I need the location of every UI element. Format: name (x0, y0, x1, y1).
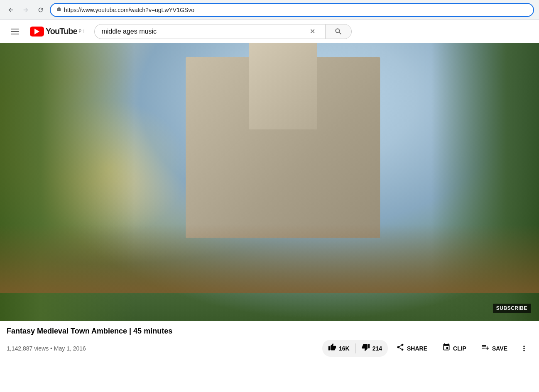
back-button[interactable] (5, 4, 17, 16)
thumbs-down-icon (362, 343, 370, 353)
video-player[interactable]: SUBSCRIBE (0, 43, 539, 321)
share-label: SHARE (407, 345, 427, 352)
reload-button[interactable] (35, 4, 47, 16)
address-bar[interactable]: https://www.youtube.com/watch?v=ugLwYV1G… (50, 3, 534, 17)
youtube-logo[interactable]: YouTube PH (30, 27, 84, 37)
dislike-button[interactable]: 214 (356, 340, 388, 357)
like-count: 16K (339, 345, 350, 352)
search-button[interactable] (325, 24, 352, 39)
hamburger-line (11, 31, 19, 32)
subscribe-badge[interactable]: SUBSCRIBE (493, 304, 531, 313)
youtube-logo-region: PH (79, 29, 85, 34)
video-info: Fantasy Medieval Town Ambience | 45 minu… (0, 321, 539, 362)
share-icon (396, 343, 404, 353)
video-meta-row: 1,142,887 views • May 1, 2016 16K (7, 340, 532, 362)
share-button[interactable]: SHARE (390, 340, 434, 357)
fence-area (0, 224, 539, 294)
castle-silhouette (162, 57, 404, 238)
search-clear-button[interactable]: ✕ (306, 27, 318, 35)
lock-icon (56, 7, 61, 13)
hamburger-line (11, 34, 19, 34)
save-label: SAVE (492, 345, 507, 352)
dislike-count: 214 (372, 345, 382, 352)
clip-label: CLIP (453, 345, 466, 352)
thumbs-up-icon (328, 343, 336, 353)
search-input-wrap: ✕ (94, 24, 325, 39)
youtube-logo-text: YouTube (46, 27, 77, 36)
clip-icon (442, 343, 451, 353)
browser-chrome: https://www.youtube.com/watch?v=ugLwYV1G… (0, 0, 539, 20)
save-button[interactable]: SAVE (475, 340, 514, 357)
search-input[interactable] (101, 28, 306, 35)
menu-button[interactable] (7, 23, 23, 40)
castle-body (186, 57, 380, 238)
url-input[interactable]: https://www.youtube.com/watch?v=ugLwYV1G… (64, 7, 527, 13)
youtube-header: YouTube PH ✕ (0, 20, 539, 43)
castle-tower (249, 43, 317, 129)
hamburger-line (11, 29, 19, 29)
save-icon (481, 343, 490, 353)
more-button[interactable] (516, 340, 532, 357)
like-dislike-group: 16K 214 (322, 340, 388, 357)
video-actions: 16K 214 SHARE (322, 340, 532, 357)
like-button[interactable]: 16K (322, 340, 355, 357)
search-container: ✕ (94, 24, 352, 39)
youtube-logo-icon (30, 27, 44, 37)
video-title: Fantasy Medieval Town Ambience | 45 minu… (7, 326, 532, 336)
forward-button[interactable] (20, 4, 32, 16)
video-stats: 1,142,887 views • May 1, 2016 (7, 345, 86, 352)
clip-button[interactable]: CLIP (436, 340, 473, 357)
main-content: SUBSCRIBE Fantasy Medieval Town Ambience… (0, 43, 539, 362)
